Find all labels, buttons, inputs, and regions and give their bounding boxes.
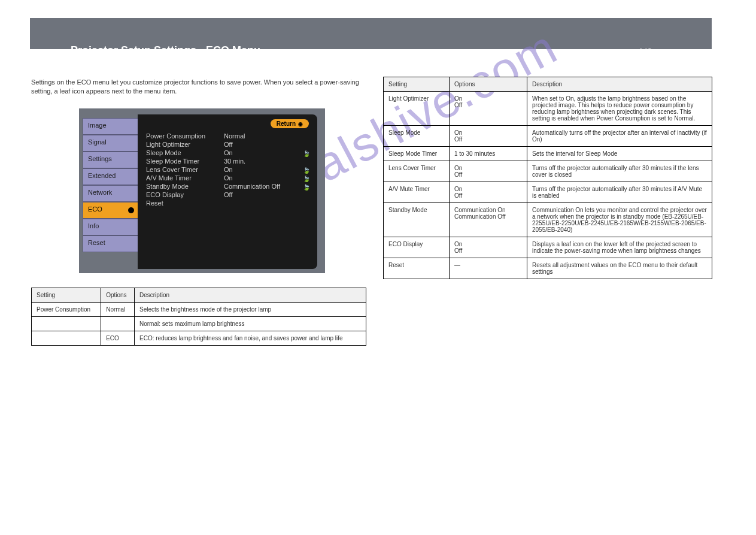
leaf-icon: 🍃 (303, 176, 310, 182)
table-row: Standby ModeCommunication On Communicati… (384, 203, 712, 237)
osd-item[interactable]: Sleep Mode Timer 30 min. (146, 158, 309, 165)
right-column: Setting Options Description Light Optimi… (383, 77, 712, 279)
osd-item-label: Sleep Mode (146, 149, 224, 156)
osd-item[interactable]: A/V Mute TimerOn🍃 (146, 174, 309, 182)
osd-tab-signal[interactable]: Signal (83, 135, 138, 152)
osd-menu: ImageSignalSettingsExtendedNetworkECOInf… (79, 108, 325, 273)
table-row: Power ConsumptionNormalSelects the brigh… (32, 302, 366, 316)
table-cell: Sleep Mode Timer (384, 147, 450, 161)
osd-tab-eco[interactable]: ECO (83, 202, 138, 219)
th-options: Options (101, 288, 135, 302)
table-cell: Power Consumption (32, 302, 101, 316)
table-cell: On Off (450, 182, 527, 203)
table-cell: Normal (101, 302, 135, 316)
table-row: ECO DisplayOn OffDisplays a leaf icon on… (384, 237, 712, 258)
table-row: A/V Mute TimerOn OffTurns off the projec… (384, 182, 712, 203)
table-row: Normal: sets maximum lamp brightness (32, 316, 366, 331)
osd-rows: Power ConsumptionNormalLight OptimizerOf… (146, 132, 309, 207)
table-cell: Reset (384, 258, 450, 279)
left-table: Setting Options Description Power Consum… (31, 288, 366, 346)
th-description: Description (135, 288, 366, 302)
table-cell: Communication On Communication Off (450, 203, 527, 237)
osd-item-label: Reset (146, 200, 224, 207)
table-cell: On Off (450, 161, 527, 182)
leaf-icon: 🍃 (303, 167, 310, 174)
osd-item-value: Off (224, 141, 309, 148)
table-row: Light OptimizerOn OffWhen set to On, adj… (384, 92, 712, 126)
osd-item[interactable]: Reset (146, 200, 309, 207)
table-cell: A/V Mute Timer (384, 182, 450, 203)
osd-item-value: On (224, 174, 309, 182)
osd-item-value: 30 min. (224, 158, 309, 165)
table-cell (32, 331, 101, 345)
right-table-body: Light OptimizerOn OffWhen set to On, adj… (384, 92, 712, 279)
osd-item-label: A/V Mute Timer (146, 174, 224, 182)
osd-item-value: Communication Off (224, 183, 309, 190)
table-header-row: Setting Options Description (384, 77, 712, 92)
table-header-row: Setting Options Description (32, 288, 366, 302)
osd-tab-network[interactable]: Network (83, 185, 138, 202)
osd-item[interactable]: Standby ModeCommunication Off🍃 (146, 183, 309, 190)
osd-item-value: On (224, 166, 309, 173)
osd-item-value (224, 200, 309, 207)
osd-item-value: On (224, 149, 309, 156)
osd-tab-info[interactable]: Info (83, 219, 138, 235)
table-cell: Sets the interval for Sleep Mode (527, 147, 712, 161)
table-cell: ECO Display (384, 237, 450, 258)
right-table: Setting Options Description Light Optimi… (383, 77, 712, 279)
table-cell: Normal: sets maximum lamp brightness (135, 316, 366, 331)
table-row: ECOECO: reduces lamp brightness and fan … (32, 331, 366, 345)
osd-tab-image[interactable]: Image (83, 118, 138, 135)
table-row: Reset—Resets all adjustment values on th… (384, 258, 712, 279)
table-cell: Selects the brightness mode of the proje… (135, 302, 366, 316)
osd-item-label: Sleep Mode Timer (146, 158, 224, 165)
osd-item[interactable]: Power ConsumptionNormal (146, 132, 309, 140)
table-row: Sleep ModeOn OffAutomatically turns off … (384, 126, 712, 147)
osd-tab-extended[interactable]: Extended (83, 168, 138, 185)
osd-item-label: Standby Mode (146, 183, 224, 190)
osd-item[interactable]: ECO DisplayOff (146, 191, 309, 198)
table-row: Lens Cover TimerOn OffTurns off the proj… (384, 161, 712, 182)
table-cell: Resets all adjustment values on the ECO … (527, 258, 712, 279)
table-cell: Automatically turns off the projector af… (527, 126, 712, 147)
page-title: Projector Setup Settings - ECO Menu (71, 44, 260, 57)
table-cell: Turns off the projector automatically af… (527, 182, 712, 203)
table-cell: On Off (450, 92, 527, 126)
th-options: Options (450, 77, 527, 92)
osd-item-value: Off (224, 191, 309, 198)
osd-item[interactable]: Lens Cover TimerOn🍃 (146, 166, 309, 173)
table-cell: ECO (101, 331, 135, 345)
page-number: 143 (639, 47, 652, 56)
table-cell: Light Optimizer (384, 92, 450, 126)
osd-item[interactable]: Light OptimizerOff (146, 141, 309, 148)
leaf-icon: 🍃 (303, 184, 310, 191)
osd-tab-reset[interactable]: Reset (83, 235, 138, 252)
table-cell: Communication On lets you monitor and co… (527, 203, 712, 237)
leaf-icon: 🍃 (303, 150, 310, 157)
osd-item-value: Normal (224, 132, 309, 140)
intro-paragraph: Settings on the ECO menu let you customi… (31, 78, 366, 96)
table-cell (101, 316, 135, 331)
return-button[interactable]: Return (271, 119, 309, 128)
table-cell: On Off (450, 237, 527, 258)
table-cell: Turns off the projector automatically af… (527, 161, 712, 182)
header-bar: Projector Setup Settings - ECO Menu 143 (30, 18, 712, 49)
table-cell: On Off (450, 126, 527, 147)
osd-item-label: Lens Cover Timer (146, 166, 224, 173)
table-cell: Displays a leaf icon on the lower left o… (527, 237, 712, 258)
osd-tab-settings[interactable]: Settings (83, 152, 138, 168)
th-setting: Setting (32, 288, 101, 302)
osd-panel: Return Power ConsumptionNormalLight Opti… (138, 114, 317, 269)
table-cell: 1 to 30 minutes (450, 147, 527, 161)
osd-item-label: Power Consumption (146, 132, 224, 140)
table-cell: Standby Mode (384, 203, 450, 237)
osd-tabs: ImageSignalSettingsExtendedNetworkECOInf… (83, 108, 138, 252)
osd-item-label: ECO Display (146, 191, 224, 198)
table-cell: Lens Cover Timer (384, 161, 450, 182)
osd-item[interactable]: Sleep ModeOn🍃 (146, 149, 309, 156)
table-row: Sleep Mode Timer1 to 30 minutesSets the … (384, 147, 712, 161)
table-cell: — (450, 258, 527, 279)
osd-item-label: Light Optimizer (146, 141, 224, 148)
left-column: Settings on the ECO menu let you customi… (31, 78, 366, 346)
table-cell: ECO: reduces lamp brightness and fan noi… (135, 331, 366, 345)
